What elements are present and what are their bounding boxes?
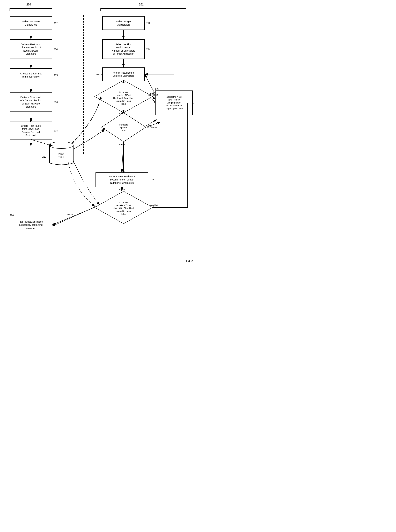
label-222: 222 <box>150 178 154 181</box>
svg-text:stored in Hash: stored in Hash <box>116 100 131 102</box>
label-212: 212 <box>146 22 150 24</box>
svg-line-16 <box>52 205 99 226</box>
label-205: 205 <box>54 74 58 77</box>
box-202: Select MalwareSignatures <box>10 16 52 30</box>
nomatch-label-224: No Match <box>151 204 160 207</box>
diamond-224: Compare results of Slow Hash With Slow H… <box>94 190 153 225</box>
box-206: Derive a Slow Hashof a Second Portionof … <box>10 92 52 112</box>
match-label-222: Match <box>119 188 125 190</box>
label-210: 210 <box>42 155 46 158</box>
label-208: 208 <box>54 129 58 132</box>
match-label-224: Match <box>67 213 73 216</box>
svg-text:Compare: Compare <box>119 201 128 204</box>
label-204: 204 <box>54 48 58 51</box>
box-220: Select the NextFirst PortionLength patte… <box>155 90 193 115</box>
box-205: Choose Splatter Setfrom First Portion <box>10 68 52 82</box>
hash-table-cylinder: Hash Table <box>48 142 75 167</box>
label-214: 214 <box>146 48 150 51</box>
bracket-200: 200 <box>26 3 31 6</box>
bracket-201: 201 <box>139 3 144 6</box>
svg-text:Splatter: Splatter <box>120 126 128 129</box>
box-216: Perform Fast Hash onSelected Characters <box>102 67 145 81</box>
fig-label: Fig. 2 <box>186 259 193 263</box>
label-226: 226 <box>10 214 14 217</box>
box-204: Derive a Fast Hashof a First Portion ofE… <box>10 39 52 59</box>
svg-text:stored in Hash: stored in Hash <box>116 210 131 212</box>
svg-text:Hash With Fast Hash: Hash With Fast Hash <box>113 97 134 99</box>
svg-point-22 <box>49 142 73 149</box>
svg-text:results of Fast: results of Fast <box>117 94 131 96</box>
svg-text:Hash: Hash <box>58 152 64 155</box>
label-202: 202 <box>54 22 58 24</box>
svg-text:results of Slow: results of Slow <box>116 204 131 207</box>
svg-text:Table: Table <box>121 103 126 105</box>
box-214: Select the FirstPortion LengthNumber of … <box>102 39 145 59</box>
box-212: Select TargetApplication <box>102 16 145 30</box>
match-label-218: Match <box>119 112 125 114</box>
box-208: Create Hash Tablefrom Slow Hash,Splatter… <box>10 122 52 139</box>
match-label-219: Match <box>119 143 125 145</box>
label-220: 220 <box>155 88 159 90</box>
svg-text:Sets: Sets <box>122 129 126 132</box>
box-226: Flag Target Applicationas possibly conta… <box>10 217 52 233</box>
svg-text:Compare: Compare <box>119 91 128 94</box>
label-206: 206 <box>54 101 58 103</box>
svg-text:Table: Table <box>121 213 126 215</box>
nomatch-label-219: No Match <box>147 126 157 129</box>
svg-marker-25 <box>95 80 153 113</box>
nomatch-label-218: No Match <box>148 94 158 96</box>
svg-text:Table: Table <box>58 155 64 158</box>
box-222: Perform Slow Hash on aSecond Portion Len… <box>95 173 148 187</box>
svg-line-55 <box>52 207 94 225</box>
svg-text:Hash With Slow Hash: Hash With Slow Hash <box>113 207 134 209</box>
svg-text:Compare: Compare <box>119 123 128 126</box>
svg-line-53 <box>122 142 123 172</box>
diagram-container: 200 201 Select MalwareSignatures 202 Der… <box>0 0 198 266</box>
diamond-218: Compare results of Fast Hash With Fast H… <box>94 79 153 114</box>
diamond-219: Compare Splatter Sets <box>101 112 147 143</box>
label-216: 216 ← <box>95 73 103 76</box>
